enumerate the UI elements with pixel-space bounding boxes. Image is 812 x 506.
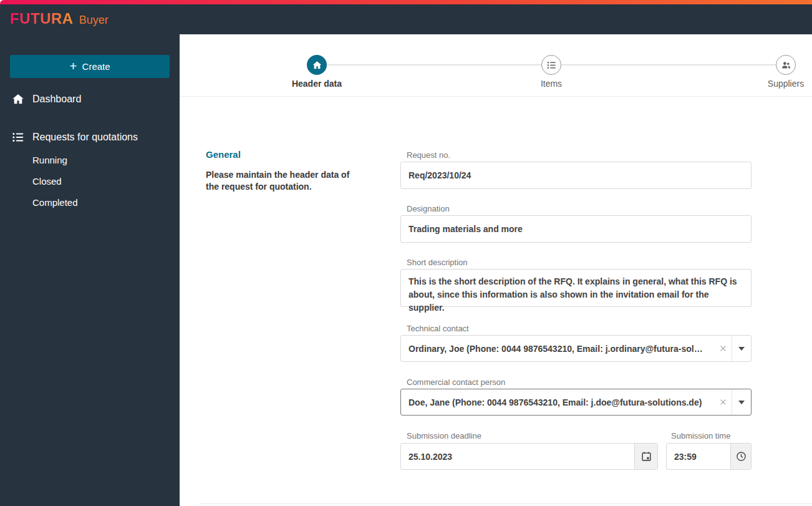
list-icon [11, 130, 25, 144]
clock-button[interactable] [730, 444, 751, 469]
chevron-down-icon [738, 401, 745, 404]
sidebar: + Create Dashboard Requests for quotatio… [0, 34, 180, 506]
logo-product-name: Buyer [79, 14, 109, 27]
brand-gradient-stripe [0, 0, 812, 4]
step-circle[interactable] [776, 55, 796, 75]
sidebar-item-label: Requests for quotations [32, 132, 138, 143]
app-header: FUTURA Buyer [0, 4, 812, 34]
list-icon [546, 60, 557, 71]
submission-deadline-label: Submission deadline [407, 431, 481, 440]
designation-input[interactable]: Trading materials and more [400, 215, 752, 243]
clear-icon[interactable] [714, 389, 732, 415]
wizard-stepper: Header data Items Suppliers [180, 34, 812, 97]
commercial-contact-label: Commercial contact person [407, 377, 505, 387]
submission-time-label: Submission time [671, 431, 730, 440]
section-description: Please maintain the header data of the r… [206, 169, 359, 193]
technical-contact-value: Ordinary, Joe (Phone: 0044 9876543210, E… [401, 344, 714, 354]
commercial-contact-combobox[interactable]: Doe, Jane (Phone: 0044 9876543210, Email… [400, 389, 752, 416]
logo-brand-name: FUTURA [10, 10, 74, 27]
step-label: Suppliers [748, 79, 812, 89]
app-logo: FUTURA Buyer [10, 10, 109, 27]
section-title: General [206, 149, 241, 160]
sidebar-subitem-label: Running [32, 155, 67, 165]
step-suppliers[interactable]: Suppliers [748, 55, 812, 89]
calendar-icon [640, 450, 652, 462]
sidebar-item-running[interactable]: Running [0, 150, 180, 169]
short-description-textarea[interactable]: This is the short description of the RFQ… [400, 269, 752, 307]
calendar-button[interactable] [634, 444, 657, 469]
step-circle[interactable] [541, 55, 561, 75]
submission-deadline-value: 25.10.2023 [401, 452, 634, 462]
sidebar-subitem-label: Completed [32, 197, 78, 208]
commercial-contact-value: Doe, Jane (Phone: 0044 9876543210, Email… [401, 397, 714, 407]
technical-contact-label: Technical contact [407, 324, 469, 333]
clock-icon [735, 450, 747, 462]
sidebar-item-label: Dashboard [32, 94, 81, 105]
dropdown-button[interactable] [732, 336, 751, 361]
dropdown-button[interactable] [732, 389, 751, 415]
clear-icon[interactable] [714, 336, 732, 361]
request-no-label: Request no. [407, 150, 450, 160]
users-icon [781, 60, 791, 71]
submission-deadline-datepicker[interactable]: 25.10.2023 [400, 443, 658, 470]
designation-label: Designation [407, 204, 450, 213]
submission-time-value: 23:59 [667, 452, 730, 462]
step-label: Header data [279, 79, 354, 89]
step-header-data[interactable]: Header data [279, 55, 354, 89]
app-window: FUTURA Buyer + Create Dashboard Requests… [0, 0, 812, 506]
designation-value: Trading materials and more [401, 224, 751, 234]
submission-time-timepicker[interactable]: 23:59 [666, 443, 752, 470]
create-button-label: Create [82, 61, 110, 72]
step-items[interactable]: Items [514, 55, 589, 89]
step-circle-active[interactable] [307, 55, 327, 75]
sidebar-item-requests-for-quotations[interactable]: Requests for quotations [0, 128, 180, 147]
create-button[interactable]: + Create [10, 55, 170, 78]
sidebar-subitem-label: Closed [32, 176, 62, 187]
step-label: Items [514, 79, 589, 89]
request-no-input[interactable]: Req/2023/10/24 [400, 162, 752, 189]
sidebar-item-completed[interactable]: Completed [0, 193, 180, 212]
short-description-value: This is the short description of the RFQ… [401, 270, 751, 320]
chevron-down-icon [738, 347, 745, 351]
main-content: Header data Items Suppliers Gen [180, 34, 812, 506]
section-divider [200, 504, 812, 504]
plus-icon: + [69, 59, 77, 72]
home-icon [11, 92, 25, 106]
sidebar-item-closed[interactable]: Closed [0, 172, 180, 190]
sidebar-item-dashboard[interactable]: Dashboard [0, 90, 180, 109]
request-no-value: Req/2023/10/24 [401, 170, 751, 180]
short-description-label: Short description [407, 258, 468, 267]
home-icon [312, 60, 322, 71]
technical-contact-combobox[interactable]: Ordinary, Joe (Phone: 0044 9876543210, E… [400, 335, 752, 362]
